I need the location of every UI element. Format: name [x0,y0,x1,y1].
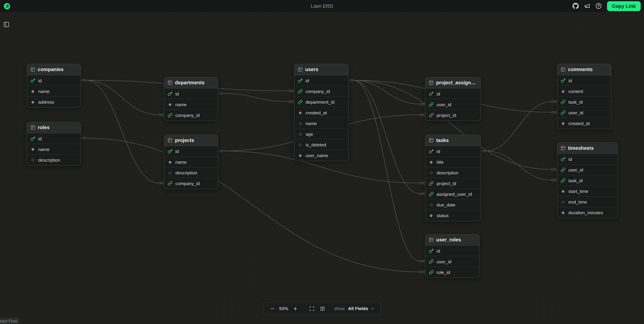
column-name: name [175,102,187,107]
column-row-id[interactable]: id [426,246,479,256]
column-row-id[interactable]: id [557,75,611,86]
fields-filter-dropdown[interactable]: All Fields [346,304,376,312]
table-header[interactable]: user_roles [426,234,479,245]
column-row-company_id[interactable]: company_id [164,178,218,189]
link-icon [561,99,566,104]
column-row-due_date[interactable]: ◇due_date [426,200,480,210]
table-node-user_roles[interactable]: user_rolesiduser_idrole_id [425,234,480,278]
diamond-filled-icon: ◆ [30,147,35,151]
diamond-outline-icon: ◇ [298,142,303,146]
fit-view-button[interactable] [307,304,316,313]
diamond-filled-icon: ◆ [429,160,434,164]
table-node-companies[interactable]: companiesid◆name◆address [27,64,81,108]
column-row-description[interactable]: ◇description [426,168,480,178]
column-row-content[interactable]: ◆content [557,86,611,97]
zoom-out-button[interactable] [268,304,276,313]
table-icon [429,237,434,242]
table-node-tasks[interactable]: tasksid◆title◇descriptionproject_idassig… [425,134,481,221]
copy-link-button[interactable]: Copy Link [607,1,641,11]
tidy-up-button[interactable] [318,304,327,313]
react-flow-attribution[interactable]: React Flow [0,318,19,324]
table-header[interactable]: project_assignments [426,77,480,88]
column-row-end_time[interactable]: ◇end_time [557,197,617,207]
zoom-in-button[interactable] [291,304,300,313]
table-header[interactable]: departments [164,77,218,88]
sidebar-toggle-button[interactable] [2,21,10,28]
column-row-start_time[interactable]: ◆start_time [557,186,617,197]
column-row-title[interactable]: ◆title [426,157,480,168]
key-icon [429,149,434,154]
table-header[interactable]: roles [27,122,80,133]
table-header[interactable]: projects [164,135,218,146]
github-button[interactable] [572,3,578,9]
column-name: due_date [436,202,455,207]
table-header[interactable]: companies [27,64,80,75]
column-row-project_id[interactable]: project_id [426,178,480,189]
column-row-status[interactable]: ◆status [426,210,480,221]
help-button[interactable] [596,3,602,9]
table-node-comments[interactable]: commentsid◆contenttask_iduser_id◆created… [557,64,612,129]
column-name: user_id [568,167,583,172]
table-node-projects[interactable]: projectsid◆name◇descriptioncompany_id [164,134,218,189]
column-name: project_id [436,181,456,186]
column-row-task_id[interactable]: task_id [557,97,611,107]
column-row-id[interactable]: id [27,75,80,86]
table-name: users [305,67,318,72]
column-row-id[interactable]: id [164,146,218,157]
column-row-name[interactable]: ◆name [27,86,80,97]
table-node-users[interactable]: usersidcompany_iddepartment_id◆created_a… [294,64,348,161]
column-row-task_id[interactable]: task_id [557,175,617,186]
table-header[interactable]: tasks [426,135,480,146]
column-name: id [436,149,440,154]
column-row-user_id[interactable]: user_id [426,256,479,267]
column-row-age[interactable]: ◇age [294,129,348,139]
column-row-department_id[interactable]: department_id [294,97,348,107]
column-row-created_at[interactable]: ◆created_at [294,107,348,118]
column-row-company_id[interactable]: company_id [294,86,348,97]
column-row-id[interactable]: id [557,154,617,165]
column-row-name[interactable]: ◆name [27,144,80,155]
column-row-is_deleted[interactable]: ◇is_deleted [294,139,348,150]
column-row-company_id[interactable]: company_id [164,110,218,120]
column-row-id[interactable]: id [27,133,80,144]
column-name: content [568,89,583,94]
column-row-created_at[interactable]: ◆created_at [557,118,611,129]
column-row-id[interactable]: id [426,88,480,99]
table-header[interactable]: comments [557,64,611,75]
liam-logo[interactable] [3,2,11,10]
column-row-project_id[interactable]: project_id [426,110,480,120]
column-row-name[interactable]: ◆name [164,157,218,168]
table-node-roles[interactable]: rolesid◆name◇description [27,122,81,166]
table-icon [429,80,434,85]
column-row-name[interactable]: ◇name [294,118,348,129]
column-row-description[interactable]: ◇description [27,155,80,166]
table-nodes-layer: companiesid◆name◆addressrolesid◆name◇des… [0,0,644,324]
table-node-timesheets[interactable]: timesheetsiduser_idtask_id◆start_time◇en… [557,142,618,219]
column-row-assigned_user_id[interactable]: assigned_user_id [426,189,480,200]
column-row-address[interactable]: ◆address [27,97,80,107]
column-row-description[interactable]: ◇description [164,168,218,178]
link-icon [561,178,566,183]
diamond-filled-icon: ◆ [561,121,566,125]
column-row-user_name[interactable]: ◆user_name [294,150,348,161]
table-header[interactable]: timesheets [557,143,617,154]
table-node-departments[interactable]: departmentsid◆namecompany_id [164,77,218,121]
key-icon [168,91,172,96]
app-window: companiesid◆name◆addressrolesid◆name◇des… [0,0,644,324]
column-row-user_id[interactable]: user_id [557,107,611,118]
table-header[interactable]: users [294,64,348,75]
column-row-id[interactable]: id [164,88,218,99]
table-name: roles [38,125,50,130]
erd-canvas[interactable]: companiesid◆name◆addressrolesid◆name◇des… [0,0,644,324]
table-icon [561,67,566,72]
column-row-role_id[interactable]: role_id [426,267,479,278]
table-node-project_assignments[interactable]: project_assignmentsiduser_idproject_id [425,77,481,121]
column-row-user_id[interactable]: user_id [557,165,617,175]
column-row-id[interactable]: id [426,146,480,157]
feedback-button[interactable] [584,3,590,9]
column-row-duration_minutes[interactable]: ◆duration_minutes [557,207,617,218]
column-row-name[interactable]: ◆name [164,99,218,110]
column-row-id[interactable]: id [294,75,348,86]
table-icon [429,138,434,143]
column-row-user_id[interactable]: user_id [426,99,480,110]
